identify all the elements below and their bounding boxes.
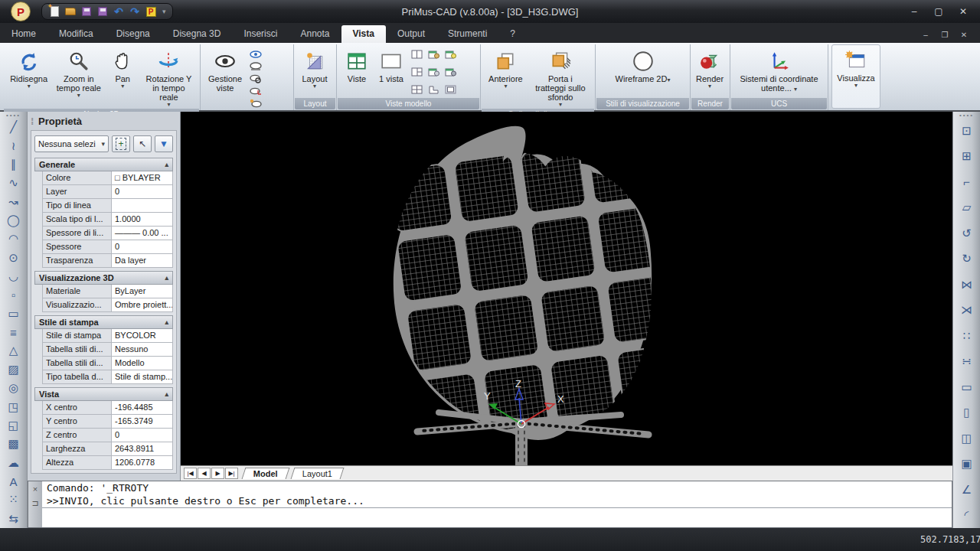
- property-value[interactable]: -196.4485: [112, 401, 172, 414]
- new-file-icon[interactable]: [48, 5, 60, 18]
- tab-help[interactable]: ?: [498, 25, 527, 43]
- tratteggi-sfondo-button[interactable]: Porta i tratteggi sullo sfondo ▾: [528, 46, 593, 109]
- section-header-generale[interactable]: Generale ▴: [34, 158, 173, 171]
- draw-tool-icon[interactable]: ▨: [4, 360, 24, 378]
- modify-tool-icon[interactable]: ◜: [957, 507, 977, 524]
- viewport-lock-icon[interactable]: [426, 48, 440, 60]
- section-header-stile-stampa[interactable]: Stile di stampa ▴: [34, 315, 173, 329]
- viewport-corner-icon[interactable]: [426, 83, 440, 96]
- property-row[interactable]: Scala tipo di l... 1.0000: [42, 213, 173, 227]
- property-row[interactable]: X centro -196.4485: [42, 401, 173, 415]
- qat-customize-icon[interactable]: ▾: [162, 8, 166, 15]
- draw-tool-icon[interactable]: ▭: [4, 305, 24, 322]
- save-icon[interactable]: [80, 5, 93, 18]
- property-row[interactable]: Tipo tabella d... Stile di stamp...: [42, 370, 173, 384]
- draw-tool-icon[interactable]: ☁: [4, 454, 24, 471]
- primus-export-icon[interactable]: P: [145, 5, 157, 18]
- property-row[interactable]: Larghezza 2643.8911: [42, 442, 173, 456]
- draw-tool-icon[interactable]: ╱: [4, 119, 24, 136]
- tab-disegna[interactable]: Disegna: [105, 25, 162, 43]
- property-value[interactable]: ByLayer: [112, 285, 172, 298]
- layout-dropdown[interactable]: ▾: [313, 83, 316, 90]
- collapse-icon[interactable]: ▴: [165, 161, 168, 168]
- drawing-canvas[interactable]: Z Y X: [181, 112, 952, 465]
- minimize-button[interactable]: –: [903, 5, 925, 18]
- modify-tool-icon[interactable]: ▣: [957, 455, 977, 473]
- render-dropdown[interactable]: ▾: [708, 83, 711, 90]
- mdi-restore-button[interactable]: ❐: [936, 29, 953, 40]
- property-value[interactable]: Stile di stamp...: [112, 370, 172, 383]
- collapse-icon[interactable]: ▴: [165, 390, 168, 398]
- collapse-icon[interactable]: ▴: [165, 318, 168, 326]
- view-axes-icon[interactable]: [249, 85, 263, 97]
- tab-home[interactable]: Home: [0, 25, 47, 43]
- property-row[interactable]: Visualizzazio... Ombre proiett...: [42, 298, 173, 312]
- property-row[interactable]: Spessore di li... ——— 0.00 ...: [42, 227, 173, 240]
- command-pin-icon[interactable]: ⊐: [31, 498, 38, 508]
- modify-tool-icon[interactable]: ∠: [957, 481, 977, 498]
- four-viewports-icon[interactable]: [410, 83, 423, 96]
- modify-tool-icon[interactable]: ▯: [957, 404, 977, 422]
- tab-model[interactable]: Model: [242, 468, 290, 479]
- redo-icon[interactable]: ↷: [129, 5, 141, 18]
- ucs-dropdown[interactable]: ▾: [794, 86, 797, 93]
- sheet-nav-button[interactable]: ▶: [211, 468, 224, 479]
- modify-tool-icon[interactable]: ⋈: [957, 276, 977, 293]
- draw-tool-icon[interactable]: ◳: [4, 398, 24, 416]
- rotazione-y-dropdown[interactable]: ▾: [167, 102, 170, 108]
- visualizza-button[interactable]: Visualizza ▾: [832, 45, 880, 90]
- draw-tool-icon[interactable]: ≡: [4, 324, 24, 341]
- selection-combobox[interactable]: Nessuna selezi ▾: [34, 135, 109, 152]
- sheet-nav-button[interactable]: ◀: [198, 468, 211, 479]
- filter-button[interactable]: ▼: [155, 135, 173, 152]
- property-value[interactable]: BYCOLOR: [112, 329, 172, 342]
- tab-annota[interactable]: Annota: [289, 25, 341, 43]
- property-value[interactable]: Da layer: [112, 254, 172, 267]
- undo-icon[interactable]: ↶: [113, 5, 125, 18]
- property-value[interactable]: 0: [112, 240, 172, 253]
- property-value[interactable]: Nessuno: [112, 343, 172, 356]
- anteriore-dropdown[interactable]: ▾: [504, 83, 507, 90]
- view-back-icon[interactable]: [249, 60, 263, 73]
- property-row[interactable]: Y centro -165.3749: [42, 415, 173, 429]
- command-history[interactable]: Comando: '_RTROTY >>INVIO, clic pulsante…: [42, 481, 952, 527]
- save-as-icon[interactable]: [96, 5, 109, 18]
- property-value[interactable]: 1206.0778: [112, 456, 172, 469]
- command-close-icon[interactable]: ×: [33, 484, 38, 494]
- una-vista-button[interactable]: 1 vista: [374, 46, 408, 98]
- view-star-icon[interactable]: [249, 97, 263, 109]
- draw-tool-icon[interactable]: ∿: [4, 174, 24, 192]
- command-input[interactable]: [42, 507, 952, 527]
- pan-button[interactable]: Pan ▾: [105, 46, 140, 109]
- draw-tool-icon[interactable]: ↝: [4, 193, 24, 210]
- property-value[interactable]: 2643.8911: [112, 442, 172, 455]
- zoom-dropdown[interactable]: ▾: [77, 93, 80, 99]
- collapse-icon[interactable]: ▴: [165, 274, 168, 282]
- property-value[interactable]: -165.3749: [112, 415, 172, 428]
- mdi-minimize-button[interactable]: –: [917, 29, 934, 40]
- tab-strumenti[interactable]: Strumenti: [436, 25, 498, 43]
- modify-tool-icon[interactable]: ▭: [957, 378, 977, 396]
- viste-button[interactable]: Viste: [339, 46, 374, 98]
- viewport-unlock-icon[interactable]: [426, 66, 440, 78]
- wireframe-dropdown[interactable]: ▾: [667, 77, 670, 83]
- open-file-icon[interactable]: [64, 5, 77, 18]
- property-row[interactable]: Z centro 0: [42, 429, 173, 442]
- property-row[interactable]: Materiale ByLayer: [42, 285, 173, 298]
- tab-layout1[interactable]: Layout1: [290, 468, 344, 479]
- section-header-vista[interactable]: Vista ▴: [34, 387, 173, 401]
- draw-tool-icon[interactable]: ∥: [4, 155, 24, 173]
- property-row[interactable]: Tipo di linea: [42, 199, 173, 213]
- tab-disegna-3d[interactable]: Disegna 3D: [162, 25, 233, 43]
- maximize-button[interactable]: ▢: [928, 5, 949, 18]
- draw-tool-icon[interactable]: ◠: [4, 230, 24, 248]
- draw-tool-icon[interactable]: ⊙: [4, 249, 24, 266]
- modify-tool-icon[interactable]: ∷: [957, 327, 977, 344]
- modify-tool-icon[interactable]: ↺: [957, 224, 977, 242]
- tab-modifica[interactable]: Modifica: [47, 25, 105, 43]
- viewport-bulb-icon[interactable]: [443, 48, 457, 60]
- property-value[interactable]: Modello: [112, 357, 172, 370]
- draw-tool-icon[interactable]: △: [4, 342, 24, 360]
- property-row[interactable]: Layer 0: [42, 185, 173, 199]
- two-viewports-icon[interactable]: [410, 48, 423, 60]
